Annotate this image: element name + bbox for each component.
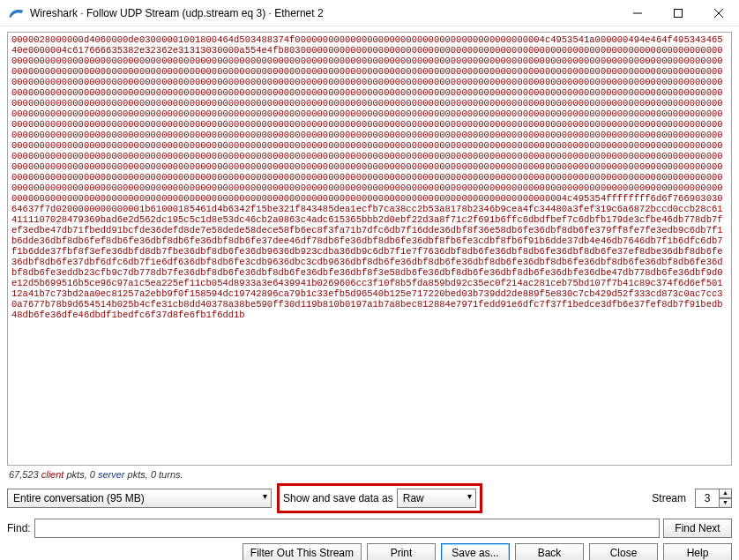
format-select[interactable]: Raw: [397, 489, 476, 508]
print-button[interactable]: Print: [367, 543, 436, 560]
options-row: Entire conversation (95 MB) Show and sav…: [7, 483, 732, 513]
server-pkts-count: 0: [90, 469, 95, 480]
find-row: Find: Find Next: [7, 519, 732, 538]
sep2: pkts,: [128, 469, 151, 480]
stream-up-button[interactable]: ▲: [719, 489, 732, 498]
svg-rect-1: [675, 9, 683, 17]
find-next-button[interactable]: Find Next: [663, 519, 732, 538]
stream-label: Stream: [652, 492, 686, 504]
client-pkts-count: 67,523: [9, 469, 39, 480]
filter-out-button[interactable]: Filter Out This Stream: [243, 543, 362, 560]
stream-down-button[interactable]: ▼: [719, 498, 732, 508]
client-word: client: [41, 469, 64, 480]
server-word: server: [98, 469, 125, 480]
highlight-box: Show and save data as Raw: [277, 483, 482, 513]
save-as-button[interactable]: Save as...: [441, 543, 510, 560]
maximize-button[interactable]: [658, 0, 698, 26]
close-button[interactable]: [698, 0, 739, 26]
minimize-button[interactable]: [617, 0, 658, 26]
conversation-select[interactable]: Entire conversation (95 MB): [7, 489, 272, 508]
sep1: pkts,: [66, 469, 89, 480]
button-row: Filter Out This Stream Print Save as... …: [7, 543, 732, 560]
stream-content[interactable]: 0000028000000d4060000de03000001001800464…: [7, 32, 732, 466]
stream-number-input[interactable]: [695, 489, 720, 508]
wireshark-icon: [7, 4, 25, 22]
close-dialog-button[interactable]: Close: [589, 543, 658, 560]
back-button[interactable]: Back: [515, 543, 584, 560]
find-input[interactable]: [34, 519, 660, 538]
find-label: Find:: [7, 522, 31, 534]
turns-text: 0 turns.: [151, 469, 183, 480]
content-area: 0000028000000d4060000de03000001001800464…: [0, 26, 739, 560]
help-button[interactable]: Help: [663, 543, 732, 560]
packet-stats: 67,523 client pkts, 0 server pkts, 0 tur…: [9, 469, 732, 480]
show-save-label: Show and save data as: [283, 492, 393, 504]
title-bar: Wireshark · Follow UDP Stream (udp.strea…: [0, 0, 739, 26]
window-controls: [617, 0, 739, 26]
window-title: Wireshark · Follow UDP Stream (udp.strea…: [30, 7, 617, 19]
